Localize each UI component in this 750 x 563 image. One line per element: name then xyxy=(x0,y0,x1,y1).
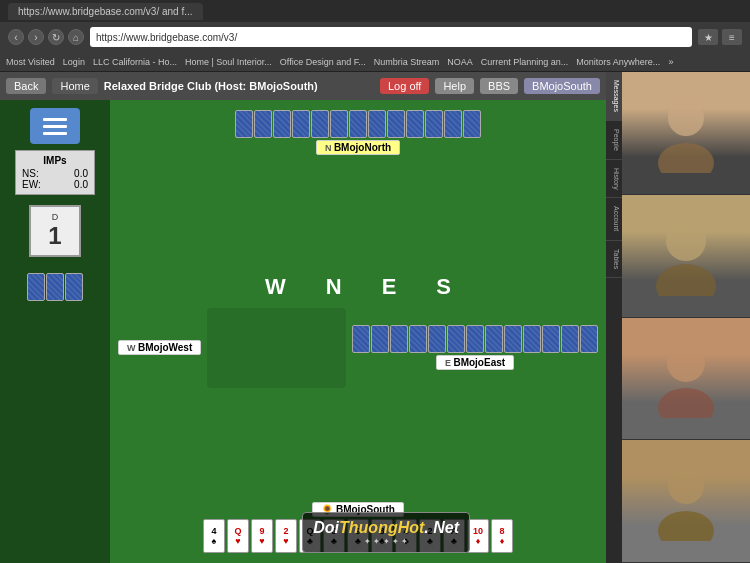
main-content: Back Home Relaxed Bridge Club (Host: BMo… xyxy=(0,72,750,563)
card-back[interactable] xyxy=(349,110,367,138)
card-back[interactable] xyxy=(580,325,598,353)
back-button[interactable]: Back xyxy=(6,78,46,94)
score-title: IMPs xyxy=(22,155,88,166)
card-back[interactable] xyxy=(254,110,272,138)
card-back[interactable] xyxy=(27,273,45,301)
game-title: Relaxed Bridge Club (Host: BMojoSouth) xyxy=(104,80,374,92)
card-back[interactable] xyxy=(485,325,503,353)
south-card-3[interactable]: 2♥ xyxy=(275,519,297,553)
video-cell-2 xyxy=(622,195,750,318)
west-name: BMojoWest xyxy=(138,342,192,353)
card-back[interactable] xyxy=(235,110,253,138)
menu-btn-browser[interactable]: ≡ xyxy=(722,29,742,45)
south-card-0[interactable]: 4♠ xyxy=(203,519,225,553)
south-card-1[interactable]: Q♥ xyxy=(227,519,249,553)
card-back[interactable] xyxy=(542,325,560,353)
bookmark-llc[interactable]: LLC California - Ho... xyxy=(93,57,177,67)
bookmark-current[interactable]: Current Planning an... xyxy=(481,57,569,67)
back-nav-btn[interactable]: ‹ xyxy=(8,29,24,45)
card-back[interactable] xyxy=(330,110,348,138)
video-person-4 xyxy=(622,440,750,562)
card-back[interactable] xyxy=(311,110,329,138)
user-button[interactable]: BMojoSouth xyxy=(524,78,600,94)
card-back[interactable] xyxy=(561,325,579,353)
card-back[interactable] xyxy=(352,325,370,353)
tab-history[interactable]: History xyxy=(606,160,622,199)
north-player-label: N BMojoNorth xyxy=(316,140,400,155)
svg-point-4 xyxy=(667,344,705,382)
person-silhouette-4 xyxy=(646,461,726,541)
card-back[interactable] xyxy=(390,325,408,353)
ew-score-row: EW: 0.0 xyxy=(22,179,88,190)
refresh-btn[interactable]: ↻ xyxy=(48,29,64,45)
url-bar[interactable]: https://www.bridgebase.com/v3/ xyxy=(90,27,692,47)
east-compass: E xyxy=(382,274,397,300)
bookmark-office[interactable]: Office Design and F... xyxy=(280,57,366,67)
star-btn[interactable]: ★ xyxy=(698,29,718,45)
tab-account[interactable]: Account xyxy=(606,198,622,240)
card-back[interactable] xyxy=(428,325,446,353)
table-center: N BMojoNorth W N E S xyxy=(110,100,606,563)
ew-value: 0.0 xyxy=(74,179,88,190)
card-back[interactable] xyxy=(409,325,427,353)
logout-button[interactable]: Log off xyxy=(380,78,429,94)
card-back[interactable] xyxy=(406,110,424,138)
bridge-table: IMPs NS: 0.0 EW: 0.0 D 1 xyxy=(0,100,606,563)
help-button[interactable]: Help xyxy=(435,78,474,94)
browser-actions: ★ ≡ xyxy=(698,29,742,45)
east-player-label: E BMojoEast xyxy=(436,355,514,370)
card-back[interactable] xyxy=(425,110,443,138)
watermark-text: DoiThuongHot. Net xyxy=(313,519,459,537)
south-card-11[interactable]: 10♦ xyxy=(467,519,489,553)
bookmark-numbria[interactable]: Numbria Stream xyxy=(374,57,440,67)
bookmark-more[interactable]: » xyxy=(668,57,673,67)
home-button[interactable]: Home xyxy=(52,78,97,94)
card-back[interactable] xyxy=(466,325,484,353)
person-silhouette-1 xyxy=(646,93,726,173)
east-hand xyxy=(352,325,598,353)
card-back[interactable] xyxy=(368,110,386,138)
card-back[interactable] xyxy=(273,110,291,138)
tab-messages[interactable]: Messages xyxy=(606,72,622,121)
compass-row: W N E S xyxy=(265,270,451,304)
bookmark-login[interactable]: Login xyxy=(63,57,85,67)
browser-chrome: https://www.bridgebase.com/v3/ and f... … xyxy=(0,0,750,52)
west-hand xyxy=(27,273,83,301)
north-name: BMojoNorth xyxy=(334,142,391,153)
card-back[interactable] xyxy=(65,273,83,301)
svg-point-5 xyxy=(658,388,714,418)
card-back[interactable] xyxy=(504,325,522,353)
tab-tables[interactable]: Tables xyxy=(606,241,622,278)
card-back[interactable] xyxy=(292,110,310,138)
watermark-net: . Net xyxy=(424,519,459,536)
card-back[interactable] xyxy=(463,110,481,138)
hamburger-menu-btn[interactable] xyxy=(30,108,80,144)
bookmark-most-visited[interactable]: Most Visited xyxy=(6,57,55,67)
browser-tab[interactable]: https://www.bridgebase.com/v3/ and f... xyxy=(8,3,203,20)
dealer-number: 1 xyxy=(48,222,61,250)
west-area: W BMojoWest xyxy=(118,340,201,355)
card-back[interactable] xyxy=(371,325,389,353)
bookmark-noaa[interactable]: NOAA xyxy=(447,57,473,67)
card-back[interactable] xyxy=(444,110,462,138)
card-back[interactable] xyxy=(523,325,541,353)
svg-point-1 xyxy=(658,143,714,173)
south-card-2[interactable]: 9♥ xyxy=(251,519,273,553)
card-back[interactable] xyxy=(46,273,64,301)
forward-nav-btn[interactable]: › xyxy=(28,29,44,45)
east-name: BMojoEast xyxy=(453,357,505,368)
center-play-area xyxy=(207,308,346,388)
person-silhouette-3 xyxy=(646,338,726,418)
bbs-button[interactable]: BBS xyxy=(480,78,518,94)
bookmark-home[interactable]: Home | Soul Interior... xyxy=(185,57,272,67)
bookmark-monitors[interactable]: Monitors Anywhere... xyxy=(576,57,660,67)
card-back[interactable] xyxy=(447,325,465,353)
west-compass: W xyxy=(265,274,286,300)
south-card-12[interactable]: 8♦ xyxy=(491,519,513,553)
north-compass: N xyxy=(326,274,342,300)
svg-point-6 xyxy=(668,468,704,504)
home-nav-btn[interactable]: ⌂ xyxy=(68,29,84,45)
south-compass: S xyxy=(436,274,451,300)
tab-people[interactable]: People xyxy=(606,121,622,160)
card-back[interactable] xyxy=(387,110,405,138)
